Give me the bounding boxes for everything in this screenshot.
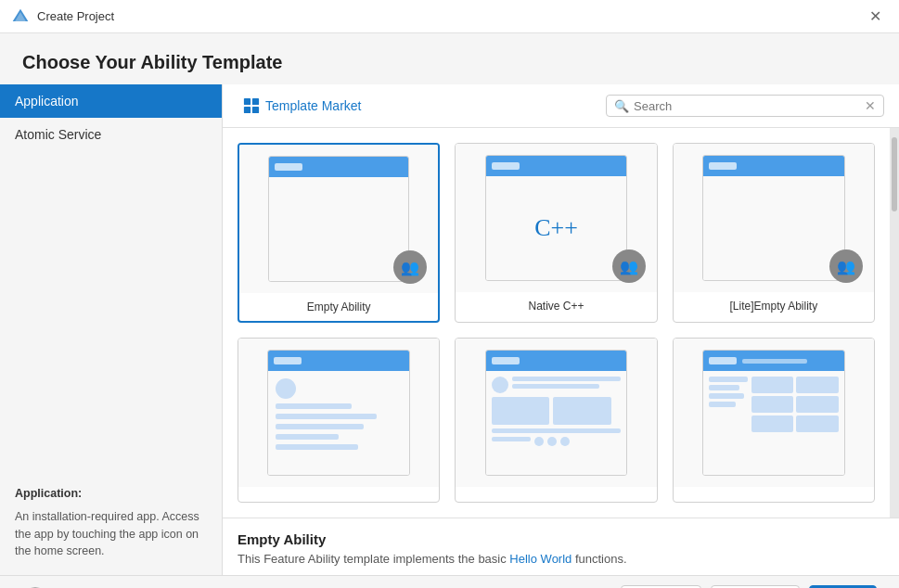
template-card-4[interactable] [238, 338, 440, 503]
card4-line5 [276, 444, 357, 450]
close-button[interactable]: ✕ [862, 4, 888, 30]
card4-line2 [276, 414, 377, 419]
card-label-6 [768, 487, 779, 502]
scroll-thumb [892, 137, 897, 211]
card6-block4 [709, 402, 736, 407]
card-label-empty-ability: Empty Ability [302, 293, 377, 321]
template-card-lite-empty[interactable]: 👥 [Lite]Empty Ability [673, 143, 875, 323]
right-panel: Template Market 🔍 ✕ [223, 84, 899, 575]
phone-mockup-4 [238, 339, 439, 487]
sidebar-description: Application: An installation-required ap… [0, 470, 222, 575]
card-preview-5 [456, 339, 656, 487]
card5-dot2 [547, 437, 557, 446]
card5-line2 [512, 384, 599, 389]
card5-block1 [492, 397, 550, 425]
sidebar-item-atomic-service[interactable]: Atomic Service [0, 118, 222, 151]
card5-dot3 [560, 437, 570, 446]
card5-circle [492, 377, 508, 393]
card-label-4 [333, 487, 344, 502]
desc-text-end: functions. [572, 552, 626, 566]
phone-header-bar-4 [268, 351, 409, 371]
phone-header-dot-cpp [492, 162, 520, 170]
card-label-lite-empty: [Lite]Empty Ability [724, 292, 823, 320]
phone-header-dot-lite [709, 162, 737, 170]
phone-mockup-5 [456, 339, 656, 487]
bottom-desc-title: Empty Ability [238, 531, 884, 547]
page-title: Choose Your Ability Template [22, 52, 877, 73]
footer: ? Cancel Previous Next [0, 575, 899, 588]
card4-line1 [276, 403, 352, 409]
card6-grid3 [751, 396, 793, 413]
card-label-5 [550, 487, 561, 502]
card-preview-empty-ability: 👥 [239, 145, 438, 293]
people-icon: 👥 [401, 259, 419, 276]
page-header: Choose Your Ability Template [0, 33, 899, 84]
card6-col2 [751, 377, 839, 469]
card6-grid [751, 377, 839, 432]
phone-body [269, 177, 408, 281]
card6-grid5 [751, 415, 793, 432]
title-bar: Create Project ✕ [0, 0, 899, 33]
card6-grid2 [796, 377, 838, 393]
template-card-empty-ability[interactable]: 👥 Empty Ability [238, 143, 440, 323]
template-card-native-cpp[interactable]: C++ 👥 Native C++ [455, 143, 657, 323]
sidebar-item-application[interactable]: Application [0, 84, 222, 118]
sidebar-desc-text: An installation-required app. Access the… [15, 508, 207, 560]
template-card-6[interactable] [673, 338, 875, 503]
phone-screen-5 [485, 350, 628, 476]
template-market-label: Template Market [265, 98, 361, 113]
header-extra-line [742, 359, 807, 364]
search-clear-icon[interactable]: ✕ [865, 98, 876, 113]
card6-grid4 [796, 396, 838, 413]
card-icon-overlay-cpp: 👥 [612, 249, 646, 283]
bottom-desc-text: This Feature Ability template implements… [238, 552, 884, 566]
phone-body-4 [268, 371, 409, 475]
template-market-icon [243, 97, 260, 114]
phone-header-bar-cpp [486, 156, 627, 176]
card4-line3 [276, 424, 364, 429]
svg-rect-5 [252, 107, 259, 113]
phone-header-dot-5 [492, 357, 520, 364]
card5-line1 [512, 377, 622, 381]
card5-dot1 [534, 437, 544, 446]
svg-rect-2 [244, 98, 250, 105]
card-preview-native-cpp: C++ 👥 [456, 144, 656, 292]
desc-link-hello-world: Hello World [509, 552, 572, 566]
card6-block2 [709, 385, 740, 390]
card5-lines [512, 377, 622, 393]
card5-row2 [492, 397, 622, 425]
people-icon-cpp: 👥 [620, 258, 638, 275]
search-input[interactable] [634, 99, 865, 113]
phone-header-dot-6 [709, 357, 737, 364]
phone-mockup-6 [674, 339, 874, 487]
people-icon-lite: 👥 [837, 258, 855, 275]
title-bar-left: Create Project [11, 7, 114, 26]
panel-toolbar: Template Market 🔍 ✕ [223, 84, 899, 128]
phone-body-lite [703, 176, 844, 280]
desc-text-static: This Feature Ability template implements… [238, 552, 509, 566]
card6-grid1 [751, 377, 793, 393]
search-box: 🔍 ✕ [606, 95, 884, 117]
sidebar: Application Atomic Service Application: … [0, 84, 223, 575]
card5-line3 [492, 428, 622, 433]
card4-circle [276, 378, 296, 399]
template-card-5[interactable] [455, 338, 657, 503]
main-content: Choose Your Ability Template Application… [0, 33, 899, 575]
grid-area: 👥 Empty Ability [223, 128, 899, 518]
phone-body-6 [703, 371, 844, 475]
svg-rect-4 [244, 107, 250, 113]
phone-header-bar-5 [486, 351, 627, 371]
scroll-track [890, 128, 899, 518]
phone-header-bar-lite [703, 156, 844, 176]
card6-block3 [709, 393, 744, 399]
card-preview-lite-empty: 👥 [674, 144, 874, 292]
phone-header-bar-6 [703, 351, 844, 371]
card5-block2 [553, 397, 611, 425]
card5-line4 [492, 437, 531, 441]
phone-screen-6 [702, 350, 845, 476]
phone-header-dot-4 [274, 357, 302, 364]
template-market-button[interactable]: Template Market [238, 94, 366, 118]
card4-line4 [276, 434, 339, 440]
phone-screen [268, 156, 409, 282]
phone-screen-cpp: C++ [485, 155, 628, 281]
